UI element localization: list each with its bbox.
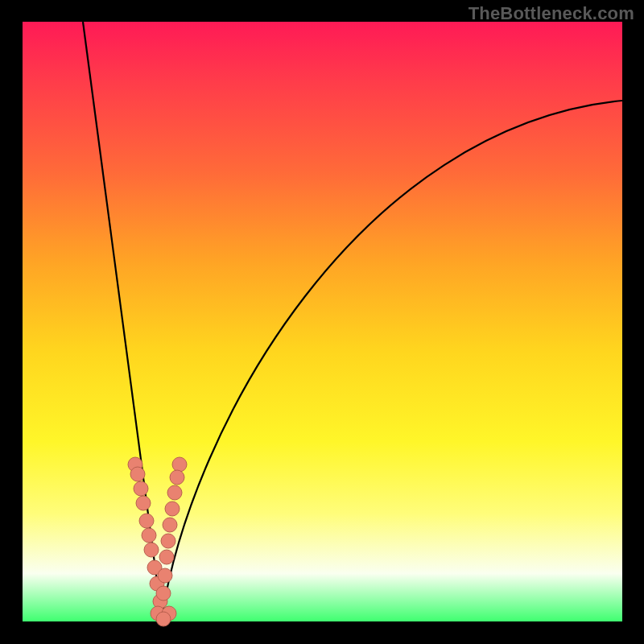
svg-point-12 xyxy=(167,485,182,500)
svg-point-3 xyxy=(136,496,151,510)
chart-frame: TheBottleneck.com xyxy=(0,0,644,644)
svg-point-14 xyxy=(163,518,177,532)
plot-area xyxy=(23,22,622,621)
bead-cluster xyxy=(128,457,187,626)
svg-point-18 xyxy=(156,586,171,601)
svg-point-1 xyxy=(130,467,145,481)
svg-point-17 xyxy=(158,568,172,583)
svg-point-6 xyxy=(144,543,159,557)
svg-point-10 xyxy=(172,457,187,472)
svg-point-21 xyxy=(156,612,171,626)
curve-layer xyxy=(23,22,622,621)
svg-point-5 xyxy=(142,528,156,543)
right-curve xyxy=(162,101,622,617)
watermark-text: TheBottleneck.com xyxy=(469,3,634,24)
svg-point-16 xyxy=(159,550,174,564)
svg-point-13 xyxy=(165,502,180,516)
svg-point-15 xyxy=(161,534,175,548)
svg-point-2 xyxy=(134,481,148,496)
svg-point-4 xyxy=(139,514,154,528)
svg-point-11 xyxy=(170,470,184,485)
